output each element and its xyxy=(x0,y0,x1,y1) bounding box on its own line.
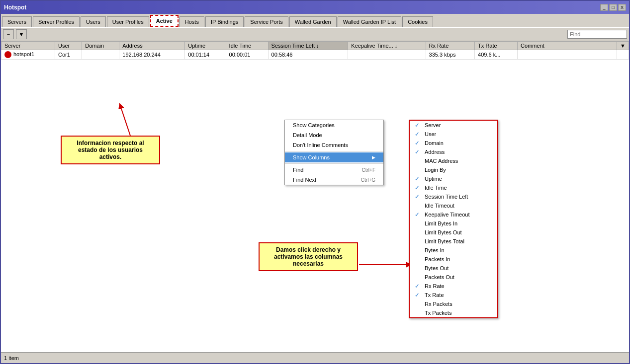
status-text: 1 item xyxy=(4,355,19,361)
check-icon-session-time: ✓ xyxy=(415,194,419,200)
column-submenu: ✓ Server ✓ User ✓ Domain ✓ Address ✓ MAC… xyxy=(409,120,498,318)
separator-2 xyxy=(285,163,383,164)
tab-active[interactable]: Active xyxy=(150,15,179,27)
col-header-session-time[interactable]: Session Time Left ↓ xyxy=(268,42,348,50)
check-icon-address: ✓ xyxy=(415,149,419,155)
close-button[interactable]: X xyxy=(618,4,626,11)
submenu-packets-in[interactable]: ✓ Packets In xyxy=(410,255,497,264)
cell-rx-rate: 335.3 kbps xyxy=(426,50,475,60)
annotation-box-2: Damos click derecho y activamos las colu… xyxy=(259,242,358,271)
minimize-button[interactable]: _ xyxy=(600,4,608,11)
context-detail-mode[interactable]: Detail Mode xyxy=(285,130,383,140)
submenu-idle-timeout[interactable]: ✓ Idle Timeout xyxy=(410,201,497,210)
submenu-packets-out[interactable]: ✓ Packets Out xyxy=(410,273,497,282)
submenu-limit-bytes-out[interactable]: ✓ Limit Bytes Out xyxy=(410,228,497,237)
menu-tabs: Servers Server Profiles Users User Profi… xyxy=(1,14,629,28)
check-icon-domain: ✓ xyxy=(415,140,419,146)
tab-walled-garden-ip[interactable]: Walled Garden IP List xyxy=(338,16,401,27)
cell-keepalive xyxy=(348,50,426,60)
submenu-rx-rate[interactable]: ✓ Rx Rate xyxy=(410,282,497,291)
submenu-bytes-in[interactable]: ✓ Bytes In xyxy=(410,246,497,255)
active-table: Server User Domain Address Uptime Idle T… xyxy=(1,41,629,60)
submenu-login-by[interactable]: ✓ Login By xyxy=(410,165,497,174)
submenu-limit-bytes-total[interactable]: ✓ Limit Bytes Total xyxy=(410,237,497,246)
table-area: Server User Domain Address Uptime Idle T… xyxy=(1,41,629,352)
tab-server-profiles[interactable]: Server Profiles xyxy=(33,16,80,27)
submenu-address[interactable]: ✓ Address xyxy=(410,147,497,156)
tab-service-ports[interactable]: Service Ports xyxy=(245,16,288,27)
toolbar: − ▼ xyxy=(1,28,629,41)
cell-comment xyxy=(518,50,617,60)
col-header-keepalive[interactable]: Keepalive Time... ↓ xyxy=(348,42,426,50)
context-show-categories[interactable]: Show Categories xyxy=(285,120,383,130)
check-icon-tx-rate: ✓ xyxy=(415,292,419,298)
context-find-next[interactable]: Find Next Ctrl+G xyxy=(285,175,383,185)
cell-session-time: 00:58:46 xyxy=(268,50,348,60)
submenu-keepalive[interactable]: ✓ Keepalive Timeout xyxy=(410,210,497,219)
col-header-uptime[interactable]: Uptime xyxy=(185,42,226,50)
check-icon-user: ✓ xyxy=(415,131,419,138)
tab-cookies[interactable]: Cookies xyxy=(402,16,433,27)
tab-user-profiles[interactable]: User Profiles xyxy=(107,16,149,27)
context-show-columns[interactable]: Show Columns ▶ xyxy=(285,152,383,162)
col-header-tx-rate[interactable]: Tx Rate xyxy=(475,42,518,50)
cell-user: Cor1 xyxy=(55,50,82,60)
check-icon-uptime: ✓ xyxy=(415,176,419,182)
submenu-tx-rate[interactable]: ✓ Tx Rate xyxy=(410,291,497,299)
col-header-idle-time[interactable]: Idle Time xyxy=(226,42,268,50)
submenu-mac[interactable]: ✓ MAC Address xyxy=(410,156,497,165)
submenu-idle-time[interactable]: ✓ Idle Time xyxy=(410,183,497,192)
check-icon-idle-time: ✓ xyxy=(415,185,419,191)
context-menu: Show Categories Detail Mode Don't Inline… xyxy=(284,120,384,185)
col-header-comment[interactable]: Comment xyxy=(518,42,617,50)
table-header: Server User Domain Address Uptime Idle T… xyxy=(1,42,629,50)
cell-idle-time: 00:00:01 xyxy=(226,50,268,60)
remove-button[interactable]: − xyxy=(3,29,14,39)
context-find[interactable]: Find Ctrl+F xyxy=(285,165,383,175)
col-header-address[interactable]: Address xyxy=(119,42,185,50)
cell-address: 192.168.20.244 xyxy=(119,50,185,60)
svg-line-0 xyxy=(120,106,130,136)
table-row[interactable]: hotspot1 Cor1 192.168.20.244 00:01:14 00… xyxy=(1,50,629,60)
tab-walled-garden[interactable]: Walled Garden xyxy=(289,16,337,27)
submenu-uptime[interactable]: ✓ Uptime xyxy=(410,174,497,183)
cell-extra xyxy=(617,50,629,60)
server-icon xyxy=(4,51,11,58)
col-header-domain[interactable]: Domain xyxy=(82,42,119,50)
window-controls: _ □ X xyxy=(600,4,626,11)
submenu-bytes-out[interactable]: ✓ Bytes Out xyxy=(410,264,497,273)
filter-icon: ▼ xyxy=(19,31,24,37)
search-box xyxy=(567,30,627,39)
col-header-rx-rate[interactable]: Rx Rate xyxy=(426,42,475,50)
col-header-server[interactable]: Server xyxy=(1,42,55,50)
context-dont-inline[interactable]: Don't Inline Comments xyxy=(285,140,383,150)
minus-icon: − xyxy=(7,31,10,37)
tab-users[interactable]: Users xyxy=(81,16,106,27)
submenu-rx-packets[interactable]: ✓ Rx Packets xyxy=(410,299,497,308)
filter-button[interactable]: ▼ xyxy=(16,29,27,39)
submenu-domain[interactable]: ✓ Domain xyxy=(410,139,497,147)
maximize-button[interactable]: □ xyxy=(609,4,617,11)
cell-domain xyxy=(82,50,119,60)
submenu-server[interactable]: ✓ Server xyxy=(410,121,497,130)
tab-servers[interactable]: Servers xyxy=(2,16,32,27)
search-input[interactable] xyxy=(567,30,627,39)
window-title: Hotspot xyxy=(4,4,26,11)
title-bar: Hotspot _ □ X xyxy=(1,1,629,14)
main-window: Hotspot _ □ X Servers Server Profiles Us… xyxy=(0,0,630,364)
submenu-tx-packets[interactable]: ✓ Tx Packets xyxy=(410,308,497,317)
submenu-user[interactable]: ✓ User xyxy=(410,130,497,139)
submenu-session-time[interactable]: ✓ Session Time Left xyxy=(410,192,497,201)
tab-ip-bindings[interactable]: IP Bindings xyxy=(205,16,244,27)
cell-server: hotspot1 xyxy=(1,50,55,60)
col-header-expand[interactable]: ▼ xyxy=(617,42,629,50)
separator-1 xyxy=(285,151,383,151)
tab-hosts[interactable]: Hosts xyxy=(180,16,204,27)
col-header-user[interactable]: User xyxy=(55,42,82,50)
submenu-limit-bytes-in[interactable]: ✓ Limit Bytes In xyxy=(410,219,497,228)
check-icon-rx-rate: ✓ xyxy=(415,283,419,290)
check-icon-keepalive: ✓ xyxy=(415,212,419,218)
submenu-arrow-icon: ▶ xyxy=(372,155,375,160)
annotation-arrow-1 xyxy=(115,101,165,141)
status-bar: 1 item xyxy=(1,352,629,363)
